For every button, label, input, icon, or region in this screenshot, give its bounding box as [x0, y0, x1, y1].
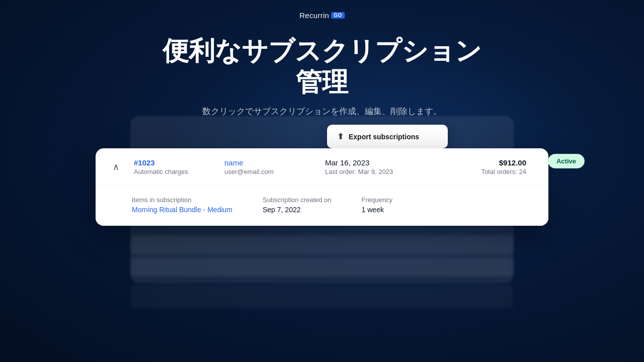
active-status-badge: Active — [548, 154, 585, 168]
total-orders: Total orders: 24 — [456, 168, 526, 175]
hero-title: 便利なサブスクリプション 管理 — [163, 35, 481, 98]
frequency-value: 1 week — [362, 206, 392, 214]
bg-empty-text: · · · — [318, 293, 327, 300]
customer-email: user@email.com — [224, 168, 315, 175]
subscription-date-column: Mar 16, 2023 Last order: Mar 9, 2023 — [325, 158, 446, 175]
hero-subtitle: 数クリックでサブスクリプションを作成、編集、削除します。 — [202, 106, 442, 117]
created-column: Subscription created on Sep 7, 2022 — [263, 196, 332, 214]
subscription-date: Mar 16, 2023 — [325, 158, 446, 167]
background-rows: · · · — [131, 235, 513, 309]
frequency-column: Frequency 1 week — [362, 196, 392, 214]
export-icon: ⬆ — [337, 132, 344, 141]
logo-badge: GO — [331, 12, 345, 19]
logo: RecurrinGO — [299, 11, 345, 20]
export-button-container: ⬆ Export subscriptions — [327, 125, 448, 148]
bg-row-1 — [131, 235, 513, 254]
items-column: Items in subscription Morning Ritual Bun… — [132, 196, 232, 214]
items-label: Items in subscription — [132, 196, 232, 204]
frequency-label: Frequency — [362, 196, 392, 204]
subscription-id-column: #1023 Automatic charges — [134, 158, 214, 175]
subscription-type: Automatic charges — [134, 168, 214, 175]
expand-collapse-button[interactable]: ∧ — [108, 159, 124, 175]
subscription-details: Items in subscription Morning Ritual Bun… — [96, 186, 548, 226]
export-subscriptions-button[interactable]: ⬆ Export subscriptions — [327, 125, 448, 148]
subscription-id[interactable]: #1023 — [134, 158, 214, 167]
subscription-amount: $912.00 — [456, 158, 526, 167]
subscription-customer-column: name user@email.com — [224, 158, 315, 175]
logo-text: Recurrin — [299, 11, 329, 20]
chevron-up-icon: ∧ — [113, 161, 119, 172]
export-button-label: Export subscriptions — [349, 133, 419, 141]
bg-empty-state: · · · — [131, 284, 513, 309]
created-value: Sep 7, 2022 — [263, 206, 332, 214]
subscription-card: ∧ #1023 Automatic charges name user@emai… — [96, 148, 548, 226]
subscription-header: ∧ #1023 Automatic charges name user@emai… — [96, 148, 548, 186]
created-label: Subscription created on — [263, 196, 332, 204]
customer-name[interactable]: name — [224, 158, 315, 167]
items-value[interactable]: Morning Ritual Bundle - Medium — [132, 206, 232, 214]
bg-row-2 — [131, 257, 513, 277]
last-order-date: Last order: Mar 9, 2023 — [325, 168, 446, 175]
subscription-amount-column: $912.00 Total orders: 24 — [456, 158, 536, 175]
